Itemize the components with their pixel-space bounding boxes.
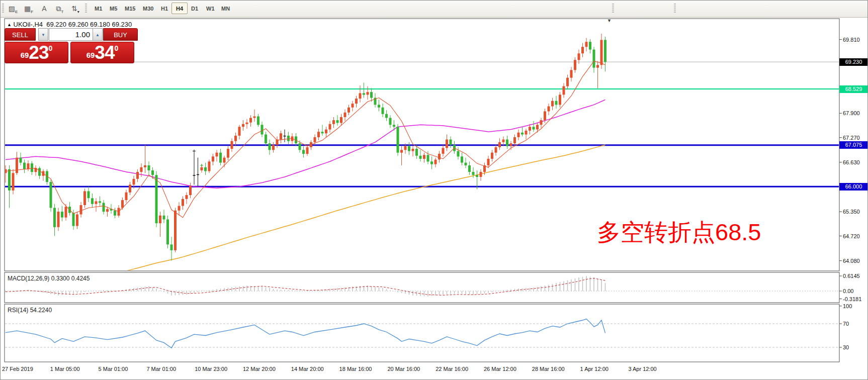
time-axis-label: 14 Mar 20:00 xyxy=(291,366,324,372)
symbol-header: ▲ UKOil-,H4 69.220 69.260 69.180 69.230 xyxy=(7,21,132,28)
time-axis-label: 22 Mar 16:00 xyxy=(436,366,468,372)
toolbar-drag-handle-2[interactable] xyxy=(612,4,614,14)
time-axis-label: 27 Feb 2019 xyxy=(2,366,33,372)
price-axis-label: 69.810 xyxy=(843,37,868,43)
time-axis-label: 18 Mar 16:00 xyxy=(339,366,372,372)
timeframe-button-h1[interactable]: H1 xyxy=(156,3,172,14)
sell-price-pips: 23 xyxy=(29,42,48,63)
sell-button[interactable]: SELL xyxy=(5,28,36,41)
volume-input[interactable]: 1.00 xyxy=(49,28,93,41)
timeframe-button-h4[interactable]: H4 xyxy=(171,3,188,14)
price-tag-68.529: 68.529 xyxy=(839,85,868,93)
macd-axis-label: -0.3181 xyxy=(843,296,868,302)
time-axis-label: 12 Mar 20:00 xyxy=(243,366,276,372)
price-tag-66.000: 66.000 xyxy=(839,183,868,191)
buy-price-display[interactable]: 69340 xyxy=(70,42,134,63)
timeframe-button-m15[interactable]: M15 xyxy=(120,3,140,14)
price-tag-67.075: 67.075 xyxy=(839,141,868,149)
rsi-axis-label: 30 xyxy=(843,344,868,350)
arrows-icon[interactable]: ⇅▾ xyxy=(69,3,82,15)
price-axis-label: 66.630 xyxy=(843,159,868,165)
time-axis-label: 1 Mar 05:00 xyxy=(50,366,80,372)
symbol-name: UKOil-,H4 xyxy=(14,21,43,28)
chart-annotation-text: 多空转折点68.5 xyxy=(597,217,761,248)
time-axis-label: 20 Mar 16:00 xyxy=(387,366,420,372)
toolbar-drag-handle[interactable] xyxy=(2,4,4,14)
price-axis-label: 64.720 xyxy=(843,233,868,239)
symbol-expand-icon[interactable]: ▲ xyxy=(7,22,12,27)
volume-increase-button[interactable]: ▲ xyxy=(93,28,103,41)
time-axis-label: 26 Mar 12:00 xyxy=(484,366,516,372)
timeframe-toolbar-drag-handle[interactable] xyxy=(85,4,87,14)
textbox-icon[interactable]: ⧉T xyxy=(53,3,66,15)
volume-decrease-button[interactable]: ▼ xyxy=(38,28,48,41)
buy-price-pips: 34 xyxy=(95,42,114,63)
time-axis-label: 28 Mar 16:00 xyxy=(532,366,565,372)
rsi-axis-label: 100 xyxy=(843,303,868,309)
sell-price-display[interactable]: 69230 xyxy=(5,42,68,63)
time-axis-label: 3 Apr 12:00 xyxy=(628,366,656,372)
time-axis-label: 10 Mar 23:00 xyxy=(195,366,227,372)
buy-price-big-figure: 69 xyxy=(86,51,95,59)
price-axis-label: 64.080 xyxy=(843,258,868,264)
price-axis-label: 65.350 xyxy=(843,209,868,215)
time-axis-label: 5 Mar 01:00 xyxy=(99,366,128,372)
buy-button[interactable]: BUY xyxy=(103,28,138,41)
symbol-ohlc: 69.220 69.260 69.180 69.230 xyxy=(46,21,132,28)
timeframe-button-m1[interactable]: M1 xyxy=(90,3,107,14)
sell-price-big-figure: 69 xyxy=(21,51,29,59)
grid-icon[interactable]: ▦F xyxy=(22,3,35,15)
price-axis-label: 67.900 xyxy=(843,110,868,116)
macd-axis-label: 0.6145 xyxy=(843,273,868,279)
timeframe-button-m5[interactable]: M5 xyxy=(105,3,122,14)
time-axis-label: 7 Mar 01:00 xyxy=(146,366,176,372)
timeframe-button-mn[interactable]: MN xyxy=(217,3,234,14)
rsi-axis-label: 70 xyxy=(843,321,868,327)
toolbar: ▨E▦FA⧉T⇅▾ M1M5M15M30H1H4D1W1MN xyxy=(1,1,868,18)
trading-terminal-window: ▨E▦FA⧉T⇅▾ M1M5M15M30H1H4D1W1MN ▲ UKOil-,… xyxy=(0,0,868,380)
macd-axis-label: 0.00 xyxy=(843,288,868,294)
time-axis-label: 1 Apr 12:00 xyxy=(580,366,609,372)
buy-price-point: 0 xyxy=(115,44,119,52)
price-axis-label: 67.270 xyxy=(843,135,868,141)
price-tag-69.230: 69.230 xyxy=(839,58,868,66)
toolbar-drag-handle-3[interactable] xyxy=(674,4,676,14)
rsi-label: RSI(14) 54.2240 xyxy=(8,307,52,314)
chart-shift-marker-icon[interactable]: ▼ xyxy=(607,18,612,23)
timeframe-button-d1[interactable]: D1 xyxy=(187,3,203,14)
macd-label: MACD(12,26,9) 0.3300 0.4245 xyxy=(8,275,90,282)
text-label-icon[interactable]: A xyxy=(38,3,51,15)
expert-icon[interactable]: ▨E xyxy=(7,3,20,15)
timeframe-button-m30[interactable]: M30 xyxy=(138,3,158,14)
sell-price-point: 0 xyxy=(49,44,53,52)
